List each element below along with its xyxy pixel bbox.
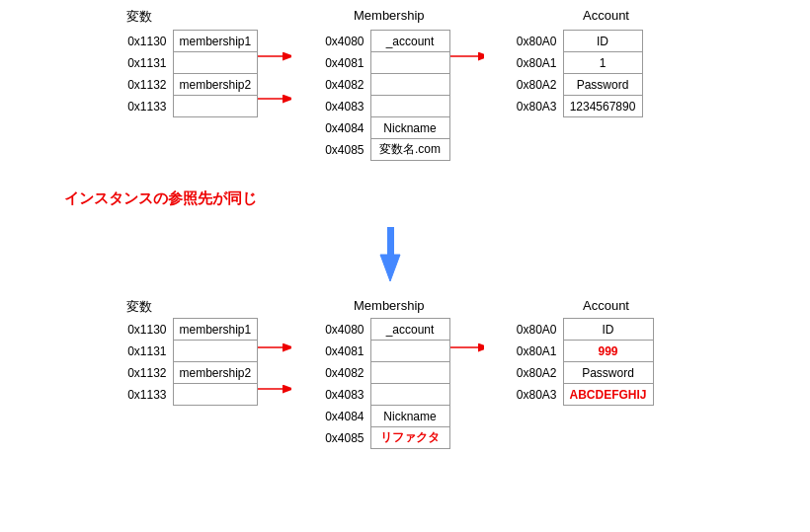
- addr-label: 0x4084: [291, 406, 370, 427]
- addr-label: 0x1133: [94, 384, 173, 406]
- table-row: 0x1133: [94, 96, 258, 117]
- table-row: 0x80A2 Password: [484, 362, 653, 384]
- table-row: 0x4080 _account: [291, 31, 449, 52]
- cell-value-highlight: ABCDEFGHIJ: [563, 384, 653, 406]
- addr-label: 0x1130: [94, 319, 173, 341]
- cell-value-highlight: リファクタ: [370, 427, 449, 449]
- cell-value: [370, 384, 449, 406]
- addr-label: 0x4082: [291, 362, 370, 384]
- cell-value: _account: [370, 31, 449, 52]
- top-variables-table: 0x1130 membership1 0x1131 0x1132 members…: [94, 30, 258, 117]
- addr-label: 0x80A0: [484, 31, 563, 52]
- instance-note: インスタンスの参照先が同じ: [64, 190, 257, 208]
- addr-label: 0x4085: [291, 427, 370, 449]
- addr-label: 0x80A1: [484, 341, 563, 362]
- cell-value: membership2: [173, 362, 258, 384]
- cell-value: Password: [563, 362, 653, 384]
- addr-label: 0x80A2: [484, 362, 563, 384]
- addr-label: 0x4080: [291, 319, 370, 341]
- cell-value: [173, 341, 258, 362]
- cell-value: [370, 52, 449, 74]
- table-row: 0x80A3 1234567890: [484, 96, 642, 117]
- addr-label: 0x1130: [94, 31, 173, 52]
- cell-value: membership2: [173, 74, 258, 96]
- table-row: 0x1130 membership1: [94, 31, 258, 52]
- top-variables-header: 変数: [126, 8, 152, 26]
- cell-value: ID: [563, 319, 653, 341]
- table-row: 0x4083: [291, 384, 449, 406]
- bot-membership-header: Membership: [354, 298, 425, 313]
- cell-value: membership1: [173, 31, 258, 52]
- svg-rect-9: [387, 227, 394, 257]
- addr-label: 0x4084: [291, 117, 370, 139]
- table-row: 0x4084 Nickname: [291, 406, 449, 427]
- table-row: 0x4085 リファクタ: [291, 427, 449, 449]
- bot-membership-table: 0x4080 _account 0x4081 0x4082 0x4083 0x4…: [291, 318, 450, 449]
- addr-label: 0x4080: [291, 31, 370, 52]
- table-row: 0x1133: [94, 384, 258, 406]
- table-row: 0x1131: [94, 52, 258, 74]
- cell-value: [173, 52, 258, 74]
- table-row: 0x4084 Nickname: [291, 117, 449, 139]
- addr-label: 0x4081: [291, 341, 370, 362]
- cell-value: _account: [370, 319, 449, 341]
- cell-value: Nickname: [370, 117, 449, 139]
- table-row: 0x4081: [291, 341, 449, 362]
- addr-label: 0x1133: [94, 96, 173, 117]
- top-membership-table: 0x4080 _account 0x4081 0x4082 0x4083 0x4…: [291, 30, 450, 161]
- addr-label: 0x1131: [94, 52, 173, 74]
- cell-value: 1234567890: [563, 96, 642, 117]
- table-row: 0x1130 membership1: [94, 319, 258, 341]
- table-row: 0x80A1 1: [484, 52, 642, 74]
- table-row: 0x4081: [291, 52, 449, 74]
- cell-value: [370, 362, 449, 384]
- table-row: 0x1131: [94, 341, 258, 362]
- cell-value: Nickname: [370, 406, 449, 427]
- cell-value: [173, 384, 258, 406]
- table-row: 0x80A1 999: [484, 341, 653, 362]
- cell-value: [370, 341, 449, 362]
- cell-value: [370, 74, 449, 96]
- table-row: 0x1132 membership2: [94, 362, 258, 384]
- bot-variables-header: 変数: [126, 298, 152, 316]
- cell-value: Password: [563, 74, 642, 96]
- table-row: 0x80A3 ABCDEFGHIJ: [484, 384, 653, 406]
- cell-value: [173, 96, 258, 117]
- addr-label: 0x1131: [94, 341, 173, 362]
- addr-label: 0x80A3: [484, 384, 563, 406]
- cell-value: membership1: [173, 319, 258, 341]
- addr-label: 0x4083: [291, 96, 370, 117]
- cell-value: [370, 96, 449, 117]
- table-row: 0x80A0 ID: [484, 319, 653, 341]
- addr-label: 0x80A2: [484, 74, 563, 96]
- cell-value: 1: [563, 52, 642, 74]
- table-row: 0x4082: [291, 74, 449, 96]
- table-row: 0x4080 _account: [291, 319, 449, 341]
- cell-value: ID: [563, 31, 642, 52]
- table-row: 0x80A0 ID: [484, 31, 642, 52]
- top-account-header: Account: [583, 8, 629, 23]
- addr-label: 0x80A3: [484, 96, 563, 117]
- addr-label: 0x1132: [94, 74, 173, 96]
- top-account-table: 0x80A0 ID 0x80A1 1 0x80A2 Password 0x80A…: [484, 30, 643, 117]
- addr-label: 0x4081: [291, 52, 370, 74]
- table-row: 0x80A2 Password: [484, 74, 642, 96]
- table-row: 0x4085 変数名.com: [291, 139, 449, 161]
- top-membership-header: Membership: [354, 8, 425, 23]
- addr-label: 0x4083: [291, 384, 370, 406]
- table-row: 0x4082: [291, 362, 449, 384]
- cell-value: 変数名.com: [370, 139, 449, 161]
- addr-label: 0x80A0: [484, 319, 563, 341]
- cell-value-highlight: 999: [563, 341, 653, 362]
- addr-label: 0x4082: [291, 74, 370, 96]
- bot-account-header: Account: [583, 298, 629, 313]
- addr-label: 0x4085: [291, 139, 370, 161]
- bot-account-table: 0x80A0 ID 0x80A1 999 0x80A2 Password 0x8…: [484, 318, 654, 406]
- table-row: 0x4083: [291, 96, 449, 117]
- svg-marker-8: [380, 255, 400, 281]
- diagram-area: 変数 Membership Account 0x1130 membership1…: [0, 0, 810, 532]
- addr-label: 0x80A1: [484, 52, 563, 74]
- bot-variables-table: 0x1130 membership1 0x1131 0x1132 members…: [94, 318, 258, 406]
- addr-label: 0x1132: [94, 362, 173, 384]
- table-row: 0x1132 membership2: [94, 74, 258, 96]
